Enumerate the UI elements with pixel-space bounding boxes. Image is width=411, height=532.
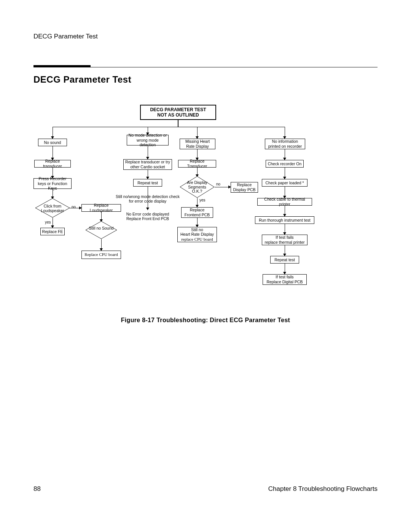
c3-n5b: Heart Rate Display <box>180 232 214 237</box>
running-head: DECG Parameter Test <box>33 33 98 40</box>
c4-run-test: Run thorough instrument test <box>255 216 314 224</box>
c4-no-info: No information printed on recorder <box>265 139 305 149</box>
c2-replace-transducer: Replace transducer or try other Cardio s… <box>123 159 172 170</box>
flowchart: DECG PARAMETER TEST NOT AS OUTLINED No s… <box>33 99 378 312</box>
c3-missing-hr: Missing Heart Rate Display <box>180 139 215 149</box>
flow-root: DECG PARAMETER TEST NOT AS OUTLINED <box>140 105 216 120</box>
c1-d1-no: no <box>72 205 76 209</box>
c4-check-on: Check recorder On <box>266 160 304 168</box>
c3-d1-label: Are Display Segments O.K.? <box>180 181 214 194</box>
c1-replace-transducer: Replace transducer <box>34 160 71 168</box>
c3-replace-display-pcb: Replace Display PCB <box>231 182 258 193</box>
flow-root-line2: NOT AS OUTLINED <box>150 112 206 118</box>
c3-replace-frontend: Replace Frontend PCB <box>181 207 213 218</box>
flow-root-line1: DECG PARAMETER TEST <box>150 107 206 112</box>
c1-replace-loudspeaker: Replace Loudspeaker <box>81 204 121 212</box>
c4-fail-replace-printer: If test fails replace thermal printer <box>262 235 307 245</box>
c1-d1-yes: yes <box>45 220 51 224</box>
c2-note1: Still no/wrong mode detection check for … <box>115 194 180 203</box>
c1-diamond-stillno-label: Still no Sound <box>86 226 116 231</box>
c3-still-no-hr: Still no Heart Rate Display replace CPU … <box>177 227 217 242</box>
c3-d1-no: no <box>216 182 220 186</box>
c3-d1a: Are Display <box>180 181 214 185</box>
c4-n6a: If test fails <box>264 235 304 240</box>
c3-n5c: replace CPU board <box>180 237 214 242</box>
c3-d1c: O.K.? <box>180 189 214 194</box>
c2-note2a: No Error code displayed <box>115 212 180 216</box>
c2-no-mode: No mode detection or wrong mode detectio… <box>127 135 169 145</box>
c1-diamond-click-label: Click from Loudspeaker <box>37 204 68 213</box>
c2-note2b: Replace Front End PCB <box>115 216 180 221</box>
c3-replace-transducer: Replace Transducer <box>178 160 216 168</box>
c1-replace-cpu: Replace CPU board <box>81 251 121 259</box>
c4-n8a: If test fails <box>266 275 303 280</box>
c1-replace-fe: Replace FE <box>40 228 65 235</box>
c1-no-sound: No sound <box>38 139 67 146</box>
c4-n8b: Replace Digital PCB <box>266 280 303 284</box>
figure-caption: Figure 8-17 Troubleshooting: Direct ECG … <box>0 317 411 324</box>
page-title: DECG Parameter Test <box>33 74 131 85</box>
c4-check-paper: Check paper loaded * <box>262 179 307 187</box>
c1-press-keys: Press Recorder keys or Function Keys <box>33 178 72 189</box>
c3-d1-yes: yes <box>199 198 206 202</box>
c4-fail-replace-digital: If test fails Replace Digital PCB <box>263 274 307 285</box>
c4-repeat-test: Repeat test <box>270 256 299 264</box>
c4-check-cable: Check cable to thermal printer <box>257 198 312 206</box>
c2-note2: No Error code displayed Replace Front En… <box>115 212 180 221</box>
c3-n5a: Still no <box>180 227 214 232</box>
chapter-label: Chapter 8 Troubleshooting Flowcharts <box>268 485 378 493</box>
c2-repeat-test: Repeat test <box>133 179 162 187</box>
c4-n6b: replace thermal printer <box>264 240 304 245</box>
page-number: 88 <box>33 485 41 493</box>
